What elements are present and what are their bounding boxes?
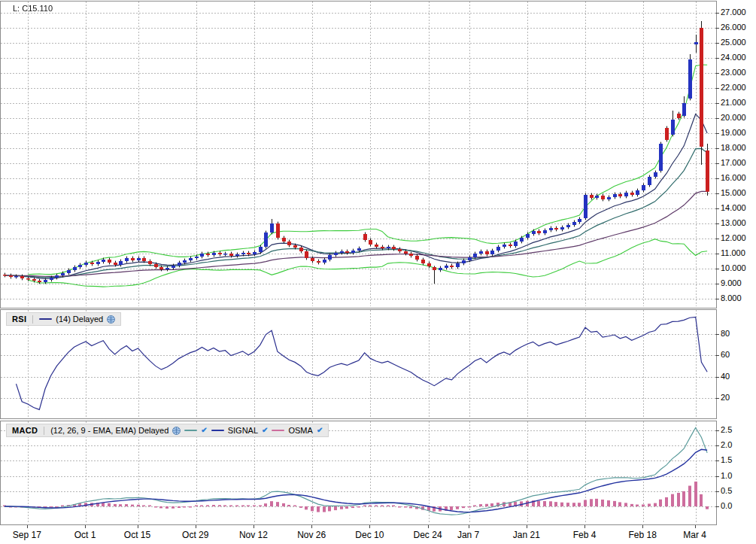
- macd-title: MACD: [12, 426, 38, 435]
- macd-legend: MACD (12, 26, 9 - EMA, EMA) Delayed ✔ SI…: [6, 424, 329, 437]
- date-tick-label: Mar 4: [683, 530, 706, 540]
- last-price-label: L: C15.110: [13, 4, 53, 13]
- date-tick-mark: [138, 525, 138, 528]
- date-tick-mark: [369, 525, 370, 528]
- date-tick-mark: [584, 525, 585, 528]
- rsi-tick-mark: [715, 334, 719, 335]
- date-tick-mark: [311, 525, 312, 528]
- price-tick-mark: [715, 118, 719, 119]
- price-tick-mark: [715, 223, 719, 224]
- price-tick-label: 26.000: [721, 23, 746, 32]
- price-tick-mark: [715, 208, 719, 209]
- price-panel: [0, 1, 717, 308]
- price-tick-mark: [715, 88, 719, 89]
- osma-visibility-checkbox[interactable]: ✔: [317, 427, 323, 434]
- price-tick-mark: [715, 193, 719, 194]
- date-tick-label: Oct 1: [74, 530, 96, 540]
- price-tick-mark: [715, 43, 719, 44]
- macd-tick-label: 1.5: [721, 455, 732, 464]
- macd-tick-label: 0.0: [721, 501, 732, 510]
- price-tick-label: 19.000: [721, 128, 746, 137]
- signal-line-sample: [211, 430, 224, 431]
- rsi-chart-canvas[interactable]: [1, 310, 715, 417]
- price-tick-mark: [715, 254, 719, 254]
- price-tick-label: 8.000: [721, 293, 742, 302]
- macd-params-label: (12, 26, 9 - EMA, EMA) Delayed: [50, 426, 169, 435]
- rsi-legend: RSI (14) Delayed: [6, 312, 121, 326]
- date-tick-mark: [642, 525, 643, 528]
- price-tick-label: 13.000: [721, 218, 746, 227]
- date-tick-label: Jan 21: [513, 530, 540, 540]
- price-chart-canvas[interactable]: [1, 2, 715, 306]
- price-tick-label: 10.000: [721, 263, 746, 272]
- globe-icon[interactable]: [107, 315, 115, 324]
- date-tick-mark: [85, 525, 86, 528]
- rsi-tick-label: 80: [721, 329, 730, 338]
- price-tick-mark: [715, 239, 719, 239]
- date-tick-label: Nov 26: [297, 530, 326, 540]
- price-tick-label: 12.000: [721, 233, 746, 242]
- date-tick-mark: [695, 525, 696, 528]
- date-tick-label: Jan 7: [457, 530, 479, 540]
- rsi-tick-mark: [715, 398, 719, 399]
- legend-divider: [44, 427, 44, 435]
- price-tick-mark: [715, 13, 719, 14]
- price-tick-label: 17.000: [721, 158, 746, 167]
- price-tick-label: 9.000: [721, 278, 742, 287]
- date-tick-label: Dec 24: [414, 530, 442, 540]
- price-tick-label: 22.000: [721, 83, 746, 92]
- macd-line-sample: [184, 430, 197, 431]
- price-tick-mark: [715, 58, 719, 59]
- macd-tick-label: 2.0: [721, 440, 732, 449]
- price-tick-mark: [715, 148, 719, 149]
- price-tick-label: 16.000: [721, 173, 746, 182]
- rsi-params-label: (14) Delayed: [56, 315, 103, 324]
- macd-tick-label: 2.5: [721, 425, 732, 434]
- price-tick-mark: [715, 299, 719, 299]
- rsi-tick-mark: [715, 355, 719, 356]
- rsi-tick-label: 60: [721, 350, 730, 359]
- macd-tick-label: 1.0: [721, 471, 732, 480]
- price-tick-mark: [715, 73, 719, 74]
- price-tick-label: 24.000: [721, 53, 746, 62]
- price-tick-label: 25.000: [721, 38, 746, 47]
- price-tick-mark: [715, 284, 719, 284]
- date-tick-mark: [27, 525, 28, 528]
- globe-icon[interactable]: [172, 427, 181, 435]
- price-tick-label: 27.000: [721, 8, 746, 17]
- signal-label: SIGNAL: [228, 426, 258, 435]
- price-tick-label: 23.000: [721, 68, 746, 77]
- date-tick-mark: [196, 525, 196, 528]
- trading-chart-window: L: C15.110 RSI (14) Delayed MACD (12, 26…: [0, 0, 756, 544]
- price-tick-label: 14.000: [721, 203, 746, 212]
- price-tick-mark: [715, 163, 719, 164]
- price-tick-mark: [715, 178, 719, 179]
- price-tick-label: 11.000: [721, 248, 745, 257]
- date-tick-label: Nov 12: [239, 530, 268, 540]
- date-tick-label: Feb 18: [629, 530, 657, 540]
- macd-tick-mark: [715, 491, 719, 492]
- macd-tick-mark: [715, 430, 719, 431]
- rsi-line-sample: [39, 318, 52, 320]
- price-tick-label: 15.000: [721, 188, 746, 197]
- macd-tick-label: 0.5: [721, 486, 732, 495]
- date-tick-label: Oct 15: [124, 530, 150, 540]
- date-tick-label: Sep 17: [13, 530, 41, 540]
- price-tick-label: 18.000: [721, 143, 746, 152]
- macd-tick-mark: [715, 476, 719, 477]
- date-tick-mark: [254, 525, 254, 528]
- price-tick-mark: [715, 103, 719, 104]
- macd-tick-mark: [715, 506, 719, 507]
- macd-visibility-checkbox[interactable]: ✔: [201, 427, 207, 434]
- date-tick-label: Oct 29: [182, 530, 208, 540]
- date-tick-mark: [428, 525, 429, 528]
- price-tick-mark: [715, 133, 719, 134]
- osma-line-sample: [272, 430, 284, 431]
- date-tick-label: Dec 10: [355, 530, 384, 540]
- price-tick-label: 21.000: [721, 98, 746, 107]
- macd-tick-mark: [715, 445, 719, 446]
- price-tick-mark: [715, 28, 719, 29]
- signal-visibility-checkbox[interactable]: ✔: [262, 427, 268, 434]
- rsi-tick-label: 20: [721, 393, 730, 402]
- date-tick-mark: [469, 525, 469, 528]
